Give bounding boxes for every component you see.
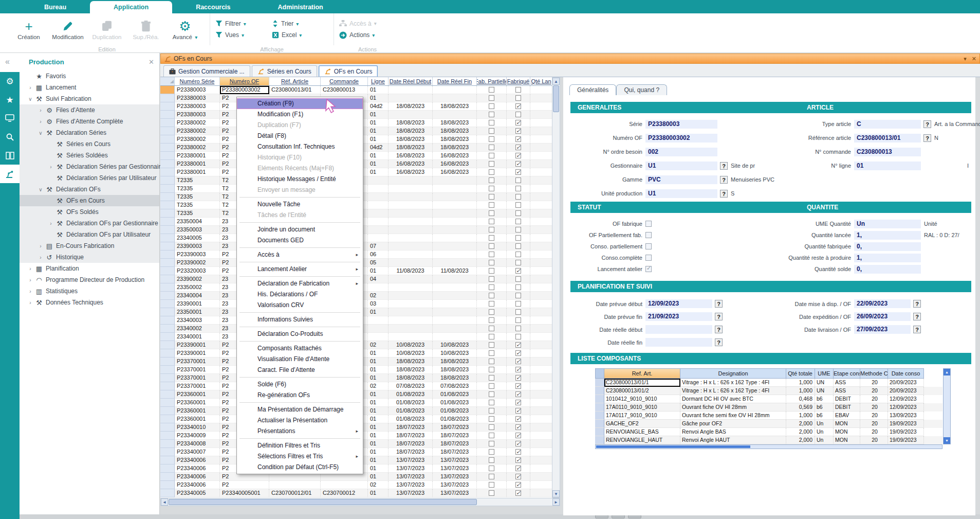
cell-methode-conso[interactable]: 20 bbox=[860, 387, 888, 395]
cell-date-reel-fin[interactable]: 18/07/2023 bbox=[433, 423, 477, 432]
cell-numero-serie[interactable]: 23390003 bbox=[175, 242, 220, 250]
cell-numero-serie[interactable]: P23340007 bbox=[175, 448, 220, 456]
cell-ligne[interactable]: 01 bbox=[368, 349, 389, 357]
cell-fabrique[interactable] bbox=[507, 152, 530, 160]
cell-qte-lancee[interactable] bbox=[530, 160, 552, 168]
cell-ume[interactable]: UN bbox=[815, 379, 834, 387]
row-selector-cell[interactable] bbox=[160, 341, 175, 349]
serie-field[interactable]: P23380003 bbox=[645, 120, 717, 129]
quantite-value[interactable]: 1, bbox=[854, 254, 921, 262]
cell-qte-lancee[interactable] bbox=[530, 464, 552, 473]
cell-date-reel-fin[interactable]: 01/08/2023 bbox=[433, 390, 477, 399]
cell-date-reel-debut[interactable] bbox=[389, 201, 433, 209]
cell-ligne[interactable]: 01 bbox=[368, 473, 389, 481]
cell-ume[interactable]: b6 bbox=[815, 411, 834, 420]
row-selector-cell[interactable] bbox=[595, 428, 604, 436]
cell-fab-partielle[interactable] bbox=[477, 333, 507, 341]
row-selector-cell[interactable] bbox=[595, 411, 604, 420]
cell-numero-serie[interactable]: P23380003 bbox=[175, 94, 220, 102]
cell-fab-partielle[interactable] bbox=[477, 218, 507, 226]
context-menu-item[interactable]: Modification (F1) bbox=[237, 109, 363, 120]
cell-date-conso[interactable]: 20/09/2023 bbox=[888, 387, 924, 395]
row-selector-cell[interactable] bbox=[160, 415, 175, 423]
cell-qte-lancee[interactable] bbox=[530, 102, 552, 111]
statut-checkbox[interactable] bbox=[645, 232, 652, 238]
cell-ligne[interactable] bbox=[368, 218, 389, 226]
cell-fabrique[interactable] bbox=[507, 382, 530, 390]
cell-ligne[interactable]: 01 bbox=[368, 127, 389, 135]
scrollbar-thumb[interactable] bbox=[553, 85, 559, 112]
cell-date-reel-fin[interactable]: 18/07/2023 bbox=[433, 440, 477, 448]
cell-fabrique[interactable] bbox=[507, 440, 530, 448]
composant-row[interactable]: 1010412_9010_9010 Dormant DC HI OV avec … bbox=[595, 395, 942, 403]
advanced-button[interactable]: ⚙ Avancé ▾ bbox=[165, 19, 205, 40]
context-menu-item[interactable]: Détail (F8) bbox=[237, 131, 363, 141]
statut-checkbox[interactable] bbox=[645, 255, 652, 261]
row-selector-cell[interactable] bbox=[160, 185, 175, 193]
row-selector-cell[interactable] bbox=[160, 267, 175, 275]
cell-numero-serie[interactable]: T2335 bbox=[175, 185, 220, 193]
cell-date-reel-debut[interactable]: 18/08/2023 bbox=[389, 102, 433, 111]
tab-ofs-en-cours[interactable]: OFs en Cours bbox=[319, 65, 378, 77]
cell-numero-serie[interactable]: P23390001 bbox=[175, 341, 220, 349]
cell-numero-serie[interactable]: P23380001 bbox=[175, 168, 220, 176]
sidebar-item[interactable]: › ⚒ Déclaration Séries par Gestionnaire bbox=[0, 161, 159, 172]
row-selector-cell[interactable] bbox=[595, 420, 604, 428]
cell-date-reel-debut[interactable]: 10/08/2023 bbox=[389, 341, 433, 349]
help-icon[interactable] bbox=[715, 326, 723, 333]
cell-numero-serie[interactable]: P23340010 bbox=[175, 423, 220, 432]
cell-fabrique[interactable] bbox=[507, 456, 530, 464]
sidebar-item[interactable]: › ⚒ Déclaration OFs par Gestionnaire bbox=[0, 218, 159, 229]
cell-ligne[interactable]: 02 bbox=[368, 382, 389, 390]
cell-qte-lancee[interactable] bbox=[530, 481, 552, 489]
cell-date-reel-debut[interactable] bbox=[389, 218, 433, 226]
cell-ligne[interactable]: 02 bbox=[368, 481, 389, 489]
cell-date-reel-fin[interactable]: 16/08/2023 bbox=[433, 152, 477, 160]
cell-etape-conso[interactable]: ASS bbox=[834, 387, 860, 395]
cell-date-reel-debut[interactable]: 10/08/2023 bbox=[389, 349, 433, 357]
statut-checkbox[interactable] bbox=[645, 266, 652, 272]
cell-fab-partielle[interactable] bbox=[477, 456, 507, 464]
cell-date-reel-debut[interactable]: 13/07/2023 bbox=[389, 481, 433, 489]
cell-ligne[interactable]: 04d2 bbox=[368, 102, 389, 111]
row-selector-cell[interactable] bbox=[160, 250, 175, 259]
cell-numero-serie[interactable]: P23370001 bbox=[175, 374, 220, 382]
status-button[interactable] bbox=[595, 515, 608, 518]
cell-ref-art[interactable]: RENVOIANGLE_HAUT bbox=[604, 436, 680, 444]
cell-date-reel-debut[interactable]: 13/07/2023 bbox=[389, 473, 433, 481]
row-selector-cell[interactable] bbox=[160, 209, 175, 218]
cell-numero-serie[interactable]: P23390003 bbox=[175, 250, 220, 259]
cell-date-reel-debut[interactable]: 18/07/2023 bbox=[389, 432, 433, 440]
cell-date-reel-debut[interactable]: 18/08/2023 bbox=[389, 119, 433, 127]
cell-fabrique[interactable] bbox=[507, 341, 530, 349]
cell-ligne[interactable] bbox=[368, 316, 389, 325]
help-icon[interactable] bbox=[720, 190, 728, 198]
quantite-value[interactable]: 0, bbox=[854, 265, 921, 274]
tree-expand-icon[interactable]: › bbox=[27, 300, 34, 306]
row-selector-cell[interactable] bbox=[595, 436, 604, 444]
cell-ligne[interactable]: 01 bbox=[368, 168, 389, 176]
context-menu-item[interactable] bbox=[239, 341, 360, 342]
cell-fabrique[interactable] bbox=[507, 366, 530, 374]
cell-commande[interactable]: C230700012 bbox=[321, 489, 368, 497]
cell-qte-lancee[interactable] bbox=[530, 135, 552, 144]
cell-ligne[interactable]: 07 bbox=[368, 242, 389, 250]
cell-date-reel-debut[interactable] bbox=[389, 94, 433, 102]
context-menu-item[interactable]: Solde (F6) bbox=[237, 379, 363, 390]
cell-fabrique[interactable] bbox=[507, 226, 530, 234]
composant-row[interactable]: 17A0110_9010_9010 Ouvrant fiche OV HI 28… bbox=[595, 403, 942, 411]
reference-article-field[interactable]: C230800013/01 bbox=[854, 134, 921, 142]
cell-date-reel-fin[interactable]: 10/08/2023 bbox=[433, 349, 477, 357]
help-icon[interactable] bbox=[923, 120, 931, 128]
cell-numero-serie[interactable]: P23380001 bbox=[175, 152, 220, 160]
cell-date-conso[interactable]: 19/09/2023 bbox=[888, 428, 924, 436]
cell-date-reel-debut[interactable] bbox=[389, 176, 433, 185]
cell-ligne[interactable]: 01 bbox=[368, 399, 389, 407]
composant-row[interactable]: C230800013/01/2 Vitrage : H x L : 626 x … bbox=[595, 387, 942, 395]
cell-qte-lancee[interactable] bbox=[530, 168, 552, 176]
tree-expand-icon[interactable]: › bbox=[37, 243, 44, 249]
cell-fab-partielle[interactable] bbox=[477, 111, 507, 119]
cell-ligne[interactable]: 01 bbox=[368, 366, 389, 374]
cell-date-conso[interactable]: 19/09/2023 bbox=[888, 436, 924, 444]
sidebar-item[interactable]: › ▦ Lancement bbox=[0, 82, 159, 93]
